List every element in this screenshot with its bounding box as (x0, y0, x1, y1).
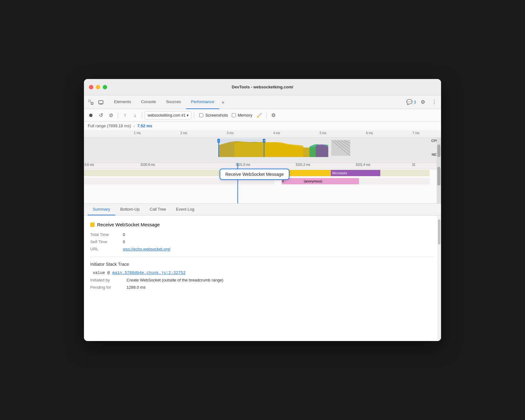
chevron-down-icon: ▾ (187, 113, 189, 118)
ruler-6ms: 6 ms (366, 131, 373, 135)
range-separator: › (133, 123, 135, 128)
total-time-row: Total Time 0 (90, 232, 435, 237)
svg-rect-1 (91, 102, 93, 104)
devtools-window: DevTools - websocketking.com/ Elements (84, 79, 441, 341)
scrollbar-thumb[interactable] (437, 144, 440, 157)
tab-event-log[interactable]: Event Log (171, 204, 200, 215)
url-label: URL (90, 247, 115, 251)
tab-bottom-up[interactable]: Bottom-Up (115, 204, 145, 215)
toolbar-divider-2 (142, 112, 142, 118)
svg-rect-16 (219, 139, 264, 157)
ruler-2ms: 2 ms (180, 131, 187, 135)
time-label-4: 3101.2 ms (296, 163, 310, 166)
bottom-tabs: Summary Bottom-Up Call Tree Event Log (84, 204, 441, 216)
download-button[interactable]: ↓ (131, 111, 139, 120)
timeline-scrollbar[interactable] (437, 138, 441, 163)
self-time-row: Self Time 0 (90, 239, 435, 244)
pending-for-value: 1288.0 ms (127, 285, 146, 290)
initiated-by-value: Create WebSocket (outside of the breadcr… (127, 278, 223, 282)
main-nav: Elements Console Sources Performance » 💬… (84, 95, 441, 109)
initiated-by-row: Initiated by Create WebSocket (outside o… (90, 278, 435, 282)
memory-checkbox[interactable] (232, 113, 236, 117)
record-button[interactable]: ⏺ (86, 111, 95, 120)
anonymous-block[interactable]: (anonymous) (303, 178, 359, 184)
cpu-chart: ⏸ ⏸ (84, 139, 437, 157)
inspect-icon[interactable] (86, 98, 95, 107)
panel-scrollbar[interactable] (437, 216, 441, 341)
timeline-chart[interactable]: CPU NET (84, 138, 441, 163)
device-icon[interactable] (96, 98, 105, 107)
ruler-5ms: 5 ms (320, 131, 326, 135)
microtasks-block[interactable]: Microtasks (331, 170, 380, 176)
traffic-lights (89, 85, 107, 89)
title-bar: DevTools - websocketking.com/ (84, 79, 441, 95)
url-row: URL wss://echo.websocket.org/ (90, 247, 435, 251)
ruler-3ms: 3 ms (227, 131, 234, 135)
tab-call-tree[interactable]: Call Tree (145, 204, 171, 215)
refresh-button[interactable]: ↺ (96, 111, 105, 120)
selected-range-value: 7.52 ms (137, 123, 152, 128)
pending-for-row: Pending for 1288.0 ms (90, 285, 435, 290)
flame-scrollbar[interactable] (437, 163, 441, 203)
toolbar-divider-3 (194, 112, 194, 118)
summary-title-row: Receive WebSocket Message (90, 222, 435, 227)
url-value[interactable]: wss://echo.websocket.org/ (123, 247, 170, 251)
nav-tabs: Elements Console Sources Performance » (109, 95, 405, 109)
maximize-button[interactable] (103, 85, 107, 89)
panel-scrollbar-thumb[interactable] (438, 219, 440, 244)
empty-block-2[interactable] (380, 170, 430, 176)
tab-elements[interactable]: Elements (109, 95, 136, 109)
timeline-area: 1 ms 2 ms 3 ms 4 ms 5 ms 6 ms 7 ms CPU N… (84, 130, 441, 163)
tooltip-text: Receive WebSocket Message (225, 172, 284, 177)
settings-icon[interactable]: ⚙ (418, 98, 427, 107)
toolbar: ⏺ ↺ ⊘ ↑ ↓ websocketking.com #1 ▾ Screens… (84, 109, 441, 122)
memory-label[interactable]: Memory (238, 113, 252, 118)
toolbar-divider-1 (118, 112, 118, 118)
tab-performance[interactable]: Performance (186, 95, 219, 109)
summary-title-text: Receive WebSocket Message (97, 222, 160, 227)
ruler-1ms: 1 ms (134, 131, 141, 135)
screenshots-checkbox[interactable] (199, 113, 203, 117)
ruler-7ms: 7 ms (413, 131, 419, 135)
stack-link[interactable]: main.5780db4e.chunk.js:2:32752 (112, 270, 185, 275)
toolbar-divider-4 (266, 112, 267, 118)
time-label-2: 3100.8 ms (140, 163, 155, 166)
stack-trace-title: Initiator Stack Trace (90, 262, 435, 267)
empty-block-1[interactable] (84, 170, 232, 176)
summary-color-dot (90, 223, 95, 227)
upload-button[interactable]: ↑ (121, 111, 129, 120)
nav-right: 💬 3 ⚙ ⋮ (406, 98, 439, 107)
broom-icon[interactable]: 🧹 (255, 111, 264, 120)
pending-for-label: Pending for (90, 285, 122, 290)
empty-row2-3[interactable] (359, 178, 429, 184)
self-time-label: Self Time (90, 239, 115, 244)
console-badge[interactable]: 💬 3 (406, 99, 416, 105)
total-time-value: 0 (123, 232, 125, 237)
window-title: DevTools - websocketking.com/ (232, 85, 293, 89)
summary-panel: Receive WebSocket Message Total Time 0 S… (84, 216, 441, 341)
tab-summary[interactable]: Summary (88, 204, 115, 215)
range-bar: Full range (7899.18 ms) › 7.52 ms (84, 122, 441, 130)
clear-button[interactable]: ⊘ (107, 111, 115, 120)
tooltip-popup: Receive WebSocket Message (220, 169, 289, 180)
initiated-by-label: Initiated by (90, 278, 122, 282)
tab-sources[interactable]: Sources (161, 95, 186, 109)
total-time-label: Total Time (90, 232, 115, 237)
close-button[interactable] (89, 85, 93, 89)
self-time-value: 0 (123, 239, 125, 244)
more-tabs-icon[interactable]: » (219, 100, 227, 105)
flame-scrollbar-thumb[interactable] (437, 167, 440, 186)
menu-icon[interactable]: ⋮ (430, 98, 439, 107)
toolbar-settings-icon[interactable]: ⚙ (269, 111, 278, 120)
flame-chart[interactable]: 0.6 ms 3100.8 ms 3101.0 ms 3101.2 ms 310… (84, 163, 441, 204)
svg-rect-3 (100, 104, 102, 104)
time-label-6: 31 (412, 163, 415, 166)
memory-checkbox-group: Memory (232, 113, 252, 118)
ruler-4ms: 4 ms (273, 131, 280, 135)
tab-console[interactable]: Console (136, 95, 161, 109)
empty-row2-1[interactable] (84, 178, 232, 184)
screenshots-label[interactable]: Screenshots (205, 113, 228, 118)
time-label-5: 3101.4 ms (356, 163, 370, 166)
minimize-button[interactable] (96, 85, 100, 89)
url-selector[interactable]: websocketking.com #1 ▾ (145, 111, 191, 119)
